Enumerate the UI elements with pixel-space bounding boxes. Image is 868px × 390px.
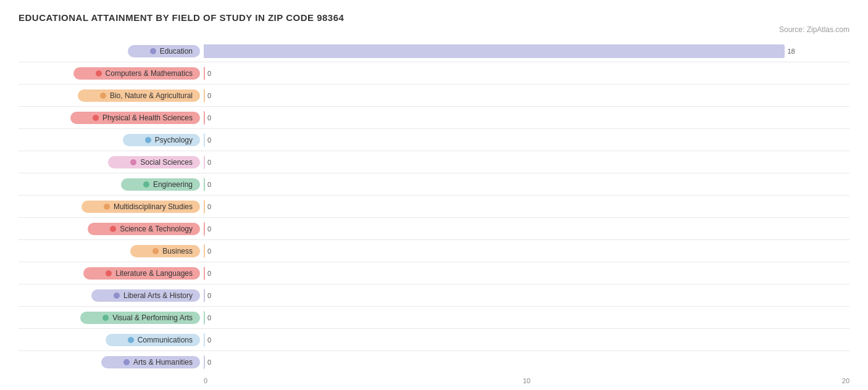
color-dot-icon <box>150 48 156 54</box>
bar <box>204 333 205 347</box>
label-area: Liberal Arts & History <box>19 289 204 302</box>
bar-value-label: 0 <box>207 314 211 322</box>
label-area: Psychology <box>19 134 204 146</box>
bar-row: Social Sciences0 <box>19 151 849 173</box>
bar-area: 0 <box>204 329 849 351</box>
chart-title: EDUCATIONAL ATTAINMENT BY FIELD OF STUDY… <box>19 12 849 23</box>
bar-area: 0 <box>204 151 849 173</box>
bar-row: Engineering0 <box>19 173 849 196</box>
label-pill: Computers & Mathematics <box>73 67 200 80</box>
bar-row: Psychology0 <box>19 129 849 151</box>
label-area: Multidisciplinary Studies <box>19 201 204 213</box>
bar-value-label: 0 <box>207 203 211 210</box>
bar-label: Science & Technology <box>120 225 193 233</box>
label-area: Social Sciences <box>19 156 204 168</box>
bar <box>204 222 205 236</box>
bar <box>204 133 205 147</box>
label-pill: Psychology <box>123 134 200 146</box>
bar <box>204 355 205 369</box>
bar <box>204 156 205 169</box>
x-axis-tick-label: 20 <box>634 377 849 384</box>
bar-value-label: 0 <box>207 114 211 122</box>
color-dot-icon <box>143 181 149 188</box>
label-pill: Liberal Arts & History <box>91 289 200 302</box>
bar-area: 0 <box>204 284 849 306</box>
bar-value-label: 18 <box>787 48 795 55</box>
bar <box>204 44 785 58</box>
label-pill: Communications <box>106 334 200 346</box>
color-dot-icon <box>106 270 112 276</box>
color-dot-icon <box>130 159 136 165</box>
label-area: Engineering <box>19 178 204 191</box>
bar-row: Arts & Humanities0 <box>19 351 849 373</box>
bar-row: Science & Technology0 <box>19 218 849 240</box>
bar-area: 0 <box>204 262 849 284</box>
bar <box>204 178 205 191</box>
bar-value-label: 0 <box>207 225 211 233</box>
color-dot-icon <box>96 70 102 77</box>
bar-label: Computers & Mathematics <box>106 69 193 78</box>
bar-value-label: 0 <box>207 292 211 299</box>
color-dot-icon <box>145 137 151 143</box>
bar-row: Computers & Mathematics0 <box>19 62 849 85</box>
bar-label: Communications <box>138 336 193 344</box>
color-dot-icon <box>152 248 159 254</box>
bar-value-label: 0 <box>207 336 211 344</box>
bar-value-label: 0 <box>207 181 211 188</box>
x-axis-tick-label: 0 <box>204 377 419 384</box>
label-area: Arts & Humanities <box>19 356 204 368</box>
bar-area: 0 <box>204 85 849 106</box>
bar-label: Liberal Arts & History <box>123 291 193 300</box>
bar-value-label: 0 <box>207 70 211 77</box>
bar-row: Bio, Nature & Agricultural0 <box>19 85 849 107</box>
source-label: Source: ZipAtlas.com <box>19 25 849 34</box>
bar-label: Business <box>162 247 193 255</box>
label-pill: Education <box>128 45 200 57</box>
color-dot-icon <box>114 292 120 299</box>
label-area: Bio, Nature & Agricultural <box>19 89 204 102</box>
bar-area: 0 <box>204 307 849 328</box>
bar-value-label: 0 <box>207 270 211 277</box>
bar-label: Psychology <box>155 136 193 144</box>
label-pill: Engineering <box>121 178 200 191</box>
bar-area: 18 <box>204 40 849 62</box>
label-pill: Science & Technology <box>88 223 200 235</box>
label-area: Literature & Languages <box>19 267 204 280</box>
bar-value-label: 0 <box>207 136 211 144</box>
color-dot-icon <box>102 315 109 321</box>
bar-row: Visual & Performing Arts0 <box>19 307 849 329</box>
label-pill: Business <box>130 245 200 257</box>
label-area: Business <box>19 245 204 257</box>
bar <box>204 89 205 102</box>
chart-container: Education18Computers & Mathematics0Bio, … <box>19 40 849 373</box>
bar-label: Education <box>160 47 193 56</box>
bar <box>204 111 205 125</box>
bar <box>204 67 205 80</box>
bar <box>204 200 205 214</box>
bar-row: Physical & Health Sciences0 <box>19 107 849 129</box>
label-pill: Visual & Performing Arts <box>80 312 200 324</box>
bar-row: Liberal Arts & History0 <box>19 284 849 307</box>
label-area: Education <box>19 45 204 57</box>
color-dot-icon <box>110 226 116 232</box>
bar-area: 0 <box>204 351 849 373</box>
bar-area: 0 <box>204 240 849 262</box>
bar-value-label: 0 <box>207 92 211 99</box>
label-pill: Literature & Languages <box>83 267 200 280</box>
bar-area: 0 <box>204 129 849 151</box>
bar <box>204 311 205 325</box>
bar <box>204 289 205 302</box>
bar-row: Business0 <box>19 240 849 262</box>
bar-row: Education18 <box>19 40 849 62</box>
label-area: Physical & Health Sciences <box>19 112 204 124</box>
bar-area: 0 <box>204 218 849 239</box>
bar-label: Visual & Performing Arts <box>112 313 193 322</box>
bar-label: Physical & Health Sciences <box>102 114 193 122</box>
bar-area: 0 <box>204 62 849 84</box>
x-axis: 01020 <box>204 373 849 384</box>
bar-label: Arts & Humanities <box>133 358 193 367</box>
bar-label: Social Sciences <box>140 158 193 167</box>
bar-row: Communications0 <box>19 329 849 351</box>
bar-area: 0 <box>204 173 849 195</box>
bar-label: Literature & Languages <box>115 269 193 278</box>
